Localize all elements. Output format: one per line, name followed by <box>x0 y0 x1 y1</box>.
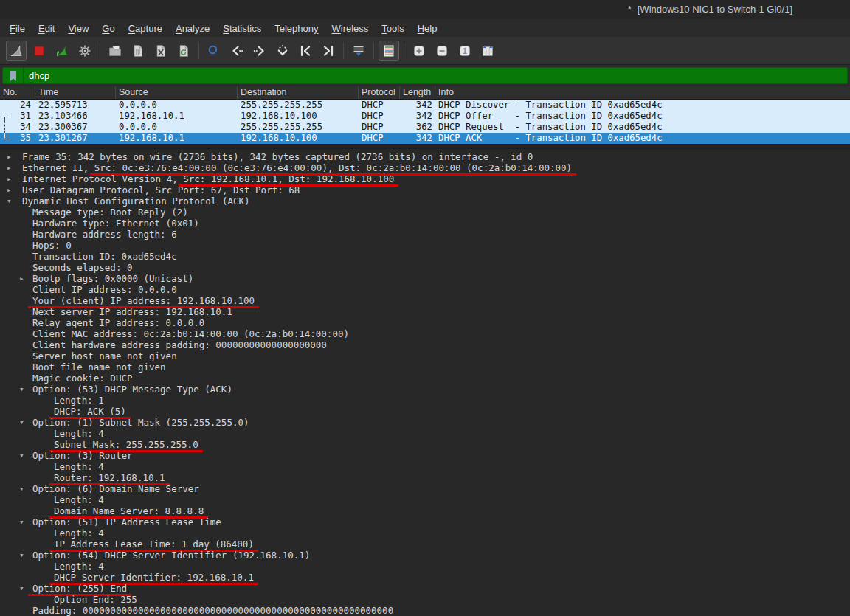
menu-statistics[interactable]: Statistics <box>216 21 268 36</box>
detail-line[interactable]: ▸Ethernet II, Src: 0c:e3:76:e4:00:00 (0c… <box>0 162 850 173</box>
detail-line[interactable]: Length: 4 <box>0 527 850 539</box>
detail-line[interactable]: Length: 1 <box>0 395 850 406</box>
last-packet-button[interactable] <box>318 41 339 61</box>
detail-line[interactable]: Hops: 0 <box>0 240 850 251</box>
detail-line[interactable]: DHCP: ACK (5) <box>0 406 850 417</box>
detail-line[interactable]: IP Address Lease Time: 1 day (86400) <box>0 539 850 550</box>
collapse-arrow-icon[interactable]: ▾ <box>19 384 24 395</box>
menu-view[interactable]: View <box>61 21 95 36</box>
detail-line[interactable]: ▾Dynamic Host Configuration Protocol (AC… <box>0 195 850 207</box>
detail-line[interactable]: Domain Name Server: 8.8.8.8 <box>0 505 850 516</box>
detail-line[interactable]: Client hardware address padding: 0000000… <box>0 339 850 350</box>
detail-line[interactable]: ▾Option: (6) Domain Name Server <box>0 483 850 494</box>
collapse-arrow-icon[interactable]: ▾ <box>19 417 24 428</box>
column-header-protocol[interactable]: Protocol <box>359 86 400 99</box>
expand-arrow-icon[interactable]: ▸ <box>7 173 12 184</box>
collapse-arrow-icon[interactable]: ▾ <box>7 195 12 207</box>
detail-line[interactable]: Your (client) IP address: 192.168.10.100 <box>0 295 850 306</box>
menu-analyze[interactable]: Analyze <box>169 21 216 36</box>
detail-line[interactable]: Length: 4 <box>0 428 850 439</box>
column-header-length[interactable]: Length <box>400 86 435 99</box>
menu-telephony[interactable]: Telephony <box>268 21 325 36</box>
zoom-out-button[interactable] <box>432 41 452 61</box>
detail-line[interactable]: ▸User Datagram Protocol, Src Port: 67, D… <box>0 184 850 195</box>
menu-wireless[interactable]: Wireless <box>325 21 376 36</box>
detail-line[interactable]: ▾Option: (255) End <box>0 583 850 594</box>
collapse-arrow-icon[interactable]: ▾ <box>19 483 24 494</box>
menu-go[interactable]: Go <box>95 21 121 36</box>
detail-line[interactable]: Length: 4 <box>0 461 850 472</box>
go-forward-button[interactable] <box>249 41 270 61</box>
packet-row-35[interactable]: 3523.301267192.168.10.1192.168.10.100DHC… <box>0 133 850 144</box>
display-filter-input[interactable]: dhcp <box>2 67 848 84</box>
detail-line[interactable]: ▸Frame 35: 342 bytes on wire (2736 bits)… <box>0 151 850 162</box>
menu-file[interactable]: File <box>3 21 32 36</box>
detail-line[interactable]: Option End: 255 <box>0 594 850 605</box>
stop-capture-button[interactable] <box>29 41 49 61</box>
column-header-info[interactable]: Info <box>435 86 850 99</box>
packet-row-31[interactable]: 3123.103466192.168.10.1192.168.10.100DHC… <box>0 111 850 122</box>
detail-line[interactable]: Magic cookie: DHCP <box>0 373 850 384</box>
open-file-button[interactable] <box>105 41 125 61</box>
menu-tools[interactable]: Tools <box>375 21 410 36</box>
detail-line[interactable]: ▾Option: (51) IP Address Lease Time <box>0 516 850 527</box>
detail-line[interactable]: Server host name not given <box>0 350 850 361</box>
detail-line[interactable]: Relay agent IP address: 0.0.0.0 <box>0 317 850 328</box>
menu-help[interactable]: Help <box>411 21 444 36</box>
restart-capture-button[interactable] <box>52 41 72 61</box>
column-header-no[interactable]: No. <box>0 86 35 99</box>
save-file-button[interactable] <box>128 41 148 61</box>
detail-line[interactable]: Seconds elapsed: 0 <box>0 262 850 273</box>
collapse-arrow-icon[interactable]: ▾ <box>19 516 24 527</box>
find-packet-button[interactable] <box>204 41 224 61</box>
filter-bookmark-button[interactable] <box>3 68 24 83</box>
zoom-100-button[interactable]: 1 <box>455 41 475 61</box>
detail-line[interactable]: DHCP Server Identifier: 192.168.10.1 <box>0 572 850 583</box>
first-packet-button[interactable] <box>295 41 316 61</box>
detail-line[interactable]: Message type: Boot Reply (2) <box>0 207 850 218</box>
detail-line[interactable]: Padding: 0000000000000000000000000000000… <box>0 605 850 616</box>
detail-line[interactable]: Client IP address: 0.0.0.0 <box>0 284 850 295</box>
expand-arrow-icon[interactable]: ▸ <box>7 162 12 173</box>
detail-line[interactable]: Length: 4 <box>0 494 850 505</box>
collapse-arrow-icon[interactable]: ▾ <box>19 550 24 561</box>
capture-options-button[interactable] <box>75 41 95 61</box>
resize-columns-button[interactable] <box>477 41 498 61</box>
column-header-time[interactable]: Time <box>35 86 116 99</box>
detail-line[interactable]: ▸Internet Protocol Version 4, Src: 192.1… <box>0 173 850 184</box>
pane-splitter[interactable] <box>0 144 850 149</box>
detail-line[interactable]: Length: 4 <box>0 561 850 572</box>
detail-line[interactable]: Hardware address length: 6 <box>0 229 850 240</box>
menu-capture[interactable]: Capture <box>122 21 169 36</box>
packet-row-34[interactable]: 3423.3003670.0.0.0255.255.255.255DHCP362… <box>0 122 850 133</box>
column-header-destination[interactable]: Destination <box>238 86 359 99</box>
detail-line[interactable]: Transaction ID: 0xad65ed4c <box>0 251 850 262</box>
zoom-in-button[interactable] <box>409 41 429 61</box>
collapse-arrow-icon[interactable]: ▾ <box>19 583 24 594</box>
start-capture-button[interactable] <box>6 41 27 61</box>
reload-file-button[interactable] <box>173 41 194 61</box>
detail-line[interactable]: Boot file name not given <box>0 361 850 373</box>
detail-line[interactable]: ▾Option: (1) Subnet Mask (255.255.255.0) <box>0 417 850 428</box>
detail-line[interactable]: Hardware type: Ethernet (0x01) <box>0 218 850 229</box>
detail-line[interactable]: ▾Option: (54) DHCP Server Identifier (19… <box>0 550 850 561</box>
packet-row-24[interactable]: 2422.5957130.0.0.0255.255.255.255DHCP342… <box>0 100 850 111</box>
expand-arrow-icon[interactable]: ▸ <box>19 273 24 284</box>
auto-scroll-button[interactable] <box>348 41 369 61</box>
detail-line[interactable]: Next server IP address: 192.168.10.1 <box>0 306 850 317</box>
menu-edit[interactable]: Edit <box>32 21 61 36</box>
detail-line[interactable]: ▾Option: (3) Router <box>0 450 850 461</box>
column-header-source[interactable]: Source <box>116 86 238 99</box>
close-file-button[interactable] <box>151 41 171 61</box>
detail-line[interactable]: ▸Bootp flags: 0x0000 (Unicast) <box>0 273 850 284</box>
expand-arrow-icon[interactable]: ▸ <box>7 151 12 162</box>
go-to-packet-button[interactable] <box>272 41 293 61</box>
go-back-button[interactable] <box>227 41 247 61</box>
collapse-arrow-icon[interactable]: ▾ <box>19 450 24 461</box>
expand-arrow-icon[interactable]: ▸ <box>7 184 12 195</box>
colorize-button[interactable] <box>379 41 399 61</box>
detail-line[interactable]: Subnet Mask: 255.255.255.0 <box>0 439 850 450</box>
detail-line[interactable]: Client MAC address: 0c:2a:b0:14:00:00 (0… <box>0 328 850 339</box>
detail-line[interactable]: ▾Option: (53) DHCP Message Type (ACK) <box>0 384 850 395</box>
detail-line[interactable]: Router: 192.168.10.1 <box>0 472 850 483</box>
